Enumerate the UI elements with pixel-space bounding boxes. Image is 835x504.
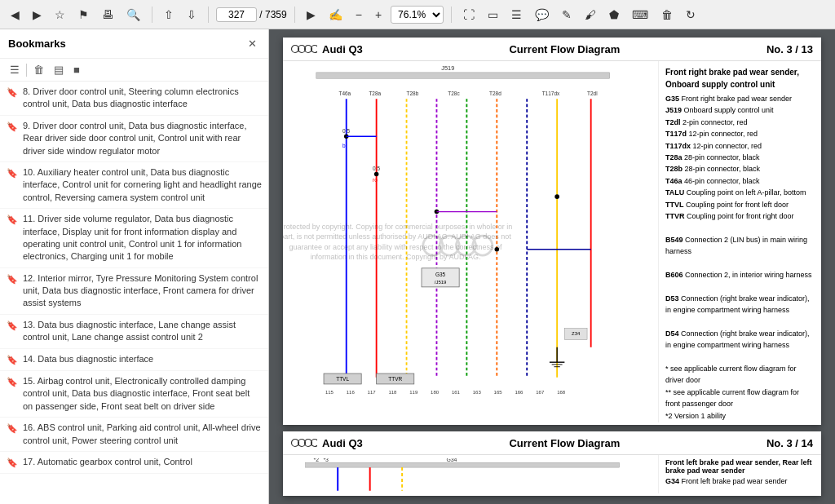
page2-description: Front left brake pad wear sender, Rear l… bbox=[665, 458, 812, 475]
bookmark-icon-17: 🔖 bbox=[7, 457, 18, 469]
bookmark-icon-11: 🔖 bbox=[7, 214, 18, 226]
scroll-button[interactable]: ☰ bbox=[507, 6, 526, 24]
svg-text:168: 168 bbox=[557, 390, 566, 395]
bookmark-text-13: 13. Data bus diagnostic interface, Lane … bbox=[23, 319, 262, 344]
page2-page-number: No. 3 / 14 bbox=[767, 437, 813, 449]
delete-button[interactable]: 🗑 bbox=[657, 6, 677, 24]
svg-text:T117dx: T117dx bbox=[542, 91, 560, 96]
separator-1 bbox=[152, 7, 152, 23]
sidebar-collapse-button[interactable]: ■ bbox=[70, 62, 83, 77]
pdf-page-1: Audi Q3 Current Flow Diagram No. 3 / 13 … bbox=[283, 38, 821, 425]
pdf-container[interactable]: Audi Q3 Current Flow Diagram No. 3 / 13 … bbox=[269, 29, 835, 504]
legend-title-1: Front right brake pad wear sender, Onboa… bbox=[665, 66, 815, 91]
separator-2 bbox=[208, 7, 209, 23]
bookmark-item-12[interactable]: 🔖 12. Interior mirror, Tyre Pressure Mon… bbox=[0, 268, 268, 315]
svg-text:T2dl: T2dl bbox=[587, 91, 598, 96]
legend-area-1: Front right brake pad wear sender, Onboa… bbox=[658, 61, 821, 422]
svg-text:J519: J519 bbox=[441, 64, 454, 72]
sidebar: Bookmarks ✕ ☰ 🗑 ▤ ■ 🔖 8. Driver door con… bbox=[0, 29, 269, 504]
svg-text:118: 118 bbox=[388, 390, 397, 395]
svg-text:*3: *3 bbox=[323, 458, 329, 462]
bookmark-text-16: 16. ABS control unit, Parking aid contro… bbox=[23, 422, 262, 447]
audi-rings-icon bbox=[291, 42, 317, 55]
page1-diagram-title: Current Flow Diagram bbox=[509, 43, 620, 55]
main-layout: Bookmarks ✕ ☰ 🗑 ▤ ■ 🔖 8. Driver door con… bbox=[0, 29, 835, 504]
cursor-tool[interactable]: ▶ bbox=[303, 6, 320, 24]
bookmark-item-13[interactable]: 🔖 13. Data bus diagnostic interface, Lan… bbox=[0, 315, 268, 349]
zoom-in-button[interactable]: + bbox=[371, 6, 386, 24]
bookmark-item-11[interactable]: 🔖 11. Driver side volume regulator, Data… bbox=[0, 209, 268, 268]
zoom-select[interactable]: 50%75%76.1%100%125%150%200% bbox=[391, 6, 444, 24]
page2-legend-partial: Front left brake pad wear sender, Rear l… bbox=[658, 455, 821, 493]
page-input[interactable]: 327 bbox=[216, 7, 257, 22]
sidebar-menu-button[interactable]: ☰ bbox=[7, 62, 23, 77]
tag-button[interactable]: ⚑ bbox=[74, 6, 93, 24]
bookmark-button[interactable]: ☆ bbox=[51, 6, 69, 24]
bookmark-item-15[interactable]: 🔖 15. Airbag control unit, Electronicall… bbox=[0, 371, 268, 418]
wiring-diagram-2-partial: *2 *3 G34 bbox=[289, 458, 652, 491]
sidebar-close-button[interactable]: ✕ bbox=[245, 36, 260, 51]
sidebar-separator bbox=[26, 64, 27, 77]
bookmark-text-9: 9. Driver door control unit, Data bus di… bbox=[23, 120, 262, 157]
zoom-out-button[interactable]: − bbox=[351, 6, 366, 24]
svg-text:117: 117 bbox=[368, 390, 377, 395]
svg-text:ro: ro bbox=[373, 177, 378, 183]
comment-button[interactable]: 💬 bbox=[531, 6, 553, 24]
bookmark-item-9[interactable]: 🔖 9. Driver door control unit, Data bus … bbox=[0, 116, 268, 162]
find-button[interactable]: 🔍 bbox=[122, 6, 144, 24]
sidebar-expand-button[interactable]: ▤ bbox=[51, 62, 67, 77]
shapes-button[interactable]: ⬟ bbox=[605, 6, 623, 24]
bookmark-text-14: 14. Data bus diagnostic interface bbox=[23, 353, 262, 365]
bookmark-text-11: 11. Driver side volume regulator, Data b… bbox=[23, 213, 262, 263]
page-number-label: 327 / 7359 bbox=[216, 7, 287, 22]
bookmark-text-8: 8. Driver door control unit, Steering co… bbox=[23, 86, 262, 111]
svg-text:G35: G35 bbox=[435, 272, 446, 277]
svg-text:115: 115 bbox=[325, 390, 334, 395]
bookmark-item-17[interactable]: 🔖 17. Automatic gearbox control unit, Co… bbox=[0, 452, 268, 474]
svg-text:TTVR: TTVR bbox=[388, 376, 402, 382]
audi-rings-icon-2 bbox=[291, 436, 317, 449]
bookmark-icon-16: 🔖 bbox=[7, 422, 18, 435]
svg-text:T28c: T28c bbox=[448, 91, 460, 96]
hand-tool[interactable]: ✍ bbox=[325, 6, 347, 24]
svg-text:T28b: T28b bbox=[407, 91, 419, 96]
toolbar: ◀ ▶ ☆ ⚑ 🖶 🔍 ⇧ ⇩ 327 / 7359 ▶ ✍ − + 50%75… bbox=[0, 0, 835, 29]
page-separator: / bbox=[259, 9, 265, 20]
page-header-left-2: Audi Q3 bbox=[291, 436, 363, 449]
download-button[interactable]: ⇩ bbox=[183, 6, 201, 24]
svg-text:bl: bl bbox=[342, 143, 347, 148]
sidebar-content[interactable]: 🔖 8. Driver door control unit, Steering … bbox=[0, 82, 268, 504]
content-area: Audi Q3 Current Flow Diagram No. 3 / 13 … bbox=[269, 29, 835, 504]
page2-brand: Audi Q3 bbox=[322, 437, 363, 449]
print-button[interactable]: 🖶 bbox=[98, 6, 117, 24]
sidebar-delete-button[interactable]: 🗑 bbox=[30, 62, 47, 77]
upload-button[interactable]: ⇧ bbox=[160, 6, 178, 24]
bookmark-item-8[interactable]: 🔖 8. Driver door control unit, Steering … bbox=[0, 82, 268, 116]
page2-content-partial: *2 *3 G34 Front left brake pad wear send… bbox=[283, 455, 821, 493]
pdf-page-2: Audi Q3 Current Flow Diagram No. 3 / 14 … bbox=[283, 431, 821, 496]
bookmark-icon-8: 🔖 bbox=[7, 86, 18, 99]
sidebar-toolbar: ☰ 🗑 ▤ ■ bbox=[0, 59, 268, 82]
bookmark-item-14[interactable]: 🔖 14. Data bus diagnostic interface bbox=[0, 349, 268, 371]
forward-button[interactable]: ▶ bbox=[29, 6, 46, 24]
svg-text:180: 180 bbox=[431, 390, 440, 395]
single-page-button[interactable]: ▭ bbox=[484, 6, 502, 24]
svg-text:119: 119 bbox=[409, 390, 418, 395]
bookmark-item-16[interactable]: 🔖 16. ABS control unit, Parking aid cont… bbox=[0, 418, 268, 452]
bookmark-icon-15: 🔖 bbox=[7, 376, 18, 388]
undo-button[interactable]: ↻ bbox=[682, 6, 700, 24]
bookmark-text-10: 10. Auxiliary heater control unit, Data … bbox=[23, 166, 262, 204]
pen-button[interactable]: ✎ bbox=[558, 6, 576, 24]
bookmark-item-10[interactable]: 🔖 10. Auxiliary heater control unit, Dat… bbox=[0, 162, 268, 209]
svg-text:166: 166 bbox=[515, 390, 524, 395]
fit-button[interactable]: ⛶ bbox=[459, 6, 479, 24]
highlight-button[interactable]: 🖌 bbox=[581, 6, 600, 24]
svg-text:0.5: 0.5 bbox=[342, 128, 350, 134]
svg-text:165: 165 bbox=[494, 390, 503, 395]
svg-text:161: 161 bbox=[452, 390, 461, 395]
page1-content: J519 T46a T28a T28b T28c T28d T117dx T2d… bbox=[283, 61, 821, 422]
diagram-area-1: J519 T46a T28a T28b T28c T28d T117dx T2d… bbox=[283, 61, 658, 422]
back-button[interactable]: ◀ bbox=[7, 6, 24, 24]
eraser-button[interactable]: ⌨ bbox=[628, 6, 652, 24]
svg-text:0.5: 0.5 bbox=[373, 166, 380, 171]
